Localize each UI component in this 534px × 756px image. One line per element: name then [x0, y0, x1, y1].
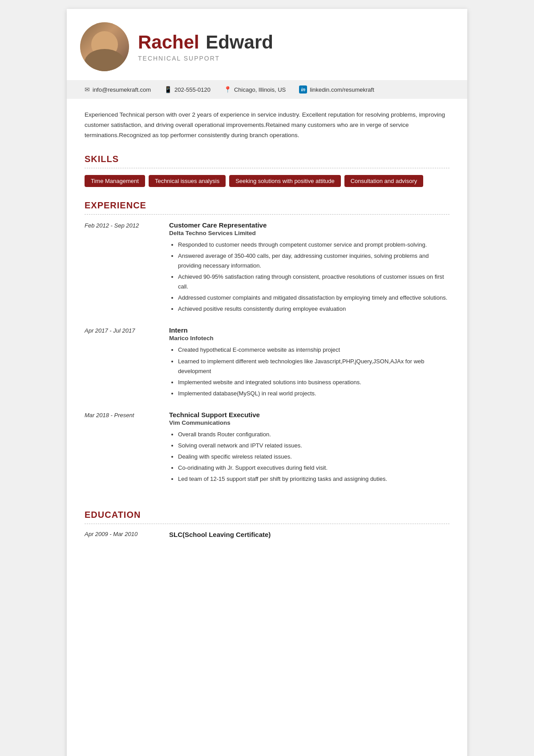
edu-content-0: SLC(School Leaving Certificate) [169, 531, 449, 538]
last-name: Edward [206, 32, 273, 53]
experience-title: EXPERIENCE [85, 200, 449, 211]
avatar-image [80, 22, 129, 71]
experience-item-1: Apr 2017 - Jul 2017 Intern Marico Infote… [85, 326, 449, 399]
first-name: Rachel [138, 32, 199, 53]
bullet-2-3: Co-oridinating with Jr. Support executiv… [178, 463, 449, 473]
linkedin-icon: in [299, 85, 307, 93]
exp-content-0: Customer Care Representative Delta Techn… [169, 221, 449, 316]
exp-bullets-0: Responded to customer needs through comp… [169, 240, 449, 314]
exp-date-1: Apr 2017 - Jul 2017 [85, 326, 156, 399]
phone-item: 📱 202-555-0120 [164, 86, 210, 93]
phone-value: 202-555-0120 [174, 86, 210, 93]
summary-section: Experienced Technical person with over 2… [67, 99, 467, 147]
experience-divider [85, 214, 449, 215]
bullet-0-3: Addressed customer complaints and mitiga… [178, 293, 449, 303]
education-divider [85, 524, 449, 524]
location-value: Chicago, Illinois, US [234, 86, 286, 93]
bullet-1-0: Created hypothetical E-commerce website … [178, 345, 449, 355]
bullet-1-2: Implemented website and integrated solut… [178, 378, 449, 387]
skills-title: SKILLS [85, 154, 449, 164]
skills-container: Time Management Technical issues analysi… [85, 175, 449, 187]
exp-content-1: Intern Marico Infotech Created hypotheti… [169, 326, 449, 399]
bullet-2-4: Led team of 12-15 support staff per shif… [178, 474, 449, 484]
exp-bullets-1: Created hypothetical E-commerce website … [169, 345, 449, 398]
bullet-2-2: Dealing with specific wireless related i… [178, 452, 449, 462]
exp-title-1: Intern [169, 326, 449, 334]
exp-company-0: Delta Techno Services Limited [169, 230, 449, 236]
bullet-1-3: Implemented database(MySQL) in real worl… [178, 389, 449, 398]
education-section: EDUCATION Apr 2009 - Mar 2010 SLC(School… [67, 503, 467, 552]
avatar [80, 22, 129, 71]
skill-badge-2: Seeking solutions with positive attitude [229, 175, 341, 187]
exp-title-0: Customer Care Representative [169, 221, 449, 229]
header-section: Rachel Edward TECHNICAL SUPPORT [67, 9, 467, 80]
exp-bullets-2: Overall brands Router configuration. Sol… [169, 430, 449, 484]
location-item: 📍 Chicago, Illinois, US [224, 86, 286, 93]
experience-item-2: Mar 2018 - Present Technical Support Exe… [85, 411, 449, 485]
name-section: Rachel Edward TECHNICAL SUPPORT [138, 32, 449, 62]
bullet-1-1: Learned to implement different web techn… [178, 357, 449, 376]
job-title: TECHNICAL SUPPORT [138, 55, 449, 62]
exp-content-2: Technical Support Executive Vim Communic… [169, 411, 449, 485]
location-icon: 📍 [224, 86, 231, 93]
bullet-0-1: Answered average of 350-400 calls, per d… [178, 251, 449, 271]
email-item: ✉ info@resumekraft.com [85, 86, 151, 93]
skill-badge-3: Consultation and advisory [344, 175, 424, 187]
exp-date-2: Mar 2018 - Present [85, 411, 156, 485]
exp-date-0: Feb 2012 - Sep 2012 [85, 221, 156, 316]
exp-company-2: Vim Communications [169, 419, 449, 426]
skills-section: SKILLS Time Management Technical issues … [67, 147, 467, 194]
edu-date-0: Apr 2009 - Mar 2010 [85, 531, 156, 538]
bullet-0-2: Achieved 90-95% satisfaction rating thro… [178, 272, 449, 292]
linkedin-item: in linkedin.com/resumekraft [299, 85, 374, 93]
skill-badge-0: Time Management [85, 175, 145, 187]
education-title: EDUCATION [85, 510, 449, 520]
exp-title-2: Technical Support Executive [169, 411, 449, 419]
edu-degree-0: SLC(School Leaving Certificate) [169, 531, 449, 538]
full-name: Rachel Edward [138, 32, 449, 53]
bullet-2-0: Overall brands Router configuration. [178, 430, 449, 439]
experience-item-0: Feb 2012 - Sep 2012 Customer Care Repres… [85, 221, 449, 316]
education-item-0: Apr 2009 - Mar 2010 SLC(School Leaving C… [85, 531, 449, 538]
exp-company-1: Marico Infotech [169, 335, 449, 341]
email-value: info@resumekraft.com [93, 86, 151, 93]
phone-icon: 📱 [164, 86, 172, 93]
email-icon: ✉ [85, 86, 90, 93]
skills-divider [85, 168, 449, 168]
linkedin-value: linkedin.com/resumekraft [310, 86, 374, 93]
skill-badge-1: Technical issues analysis [149, 175, 226, 187]
summary-text: Experienced Technical person with over 2… [85, 110, 449, 141]
bullet-0-4: Achieved positive results consistently d… [178, 304, 449, 314]
resume-container: Rachel Edward TECHNICAL SUPPORT ✉ info@r… [67, 9, 467, 756]
contact-bar: ✉ info@resumekraft.com 📱 202-555-0120 📍 … [67, 80, 467, 99]
bullet-0-0: Responded to customer needs through comp… [178, 240, 449, 250]
bullet-2-1: Solving overall network and IPTV related… [178, 441, 449, 451]
experience-section: EXPERIENCE Feb 2012 - Sep 2012 Customer … [67, 194, 467, 504]
